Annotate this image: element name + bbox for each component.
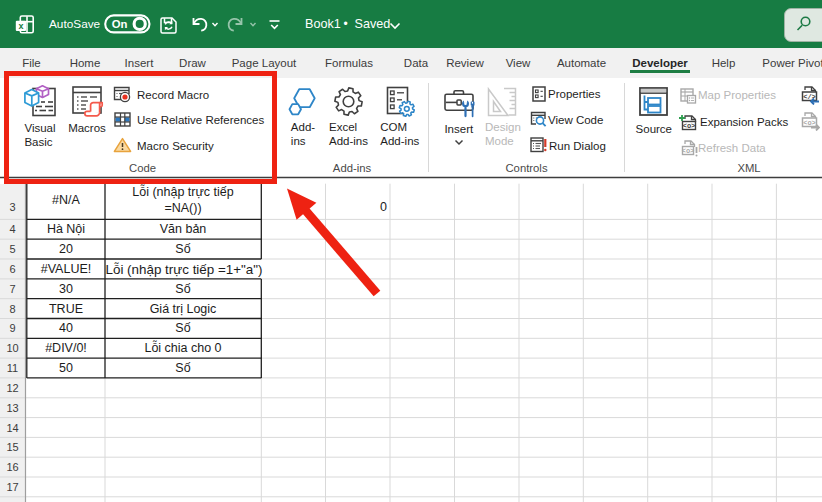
svg-text:<o>: <o> (683, 122, 696, 130)
svg-text:On: On (112, 18, 128, 30)
svg-text:<o>: <o> (803, 119, 816, 127)
svg-text:x: x (18, 21, 23, 31)
svg-text:<o>: <o> (682, 147, 695, 155)
